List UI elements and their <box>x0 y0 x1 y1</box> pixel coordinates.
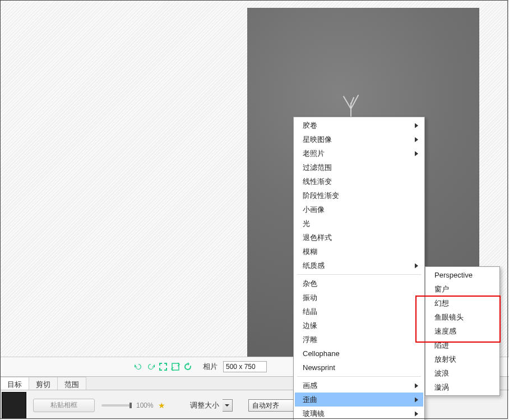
redo-icon[interactable] <box>146 362 156 372</box>
tab-crop[interactable]: 剪切 <box>29 377 58 390</box>
ctx-item-14[interactable]: 结晶 <box>295 304 423 319</box>
context-menu[interactable]: 胶卷星映图像老照片过滤范围线性渐变阶段性渐变小画像光退色样式模糊纸质感杂色振动结… <box>293 117 425 420</box>
ctx-item-17[interactable]: Cellophane <box>295 347 423 361</box>
sub-item-2[interactable]: 幻想 <box>427 296 498 310</box>
zoom-slider[interactable] <box>101 404 132 407</box>
ctx-item-0[interactable]: 胶卷 <box>295 118 423 132</box>
context-submenu[interactable]: Perspective窗户幻想鱼眼镜头速度感陷进放射状波浪漩涡 <box>425 266 500 396</box>
resize-dropdown-arrow[interactable] <box>223 399 233 412</box>
ctx-item-8[interactable]: 退色样式 <box>295 230 423 244</box>
zoom-percent: 100% <box>136 401 154 409</box>
ctx-item-10[interactable]: 纸质感 <box>295 259 423 273</box>
ctx-item-15[interactable]: 边缘 <box>295 319 423 333</box>
ctx-item-16[interactable]: 浮雕 <box>295 333 423 347</box>
ctx-separator <box>297 274 421 275</box>
undo-icon[interactable] <box>133 362 144 372</box>
ctx-item-4[interactable]: 线性渐变 <box>295 174 423 188</box>
ctx-item-2[interactable]: 老照片 <box>295 146 423 160</box>
refresh-icon[interactable] <box>183 362 193 372</box>
tab-range[interactable]: 范围 <box>58 377 86 390</box>
ctx-item-1[interactable]: 星映图像 <box>295 132 423 146</box>
ctx-item-5[interactable]: 阶段性渐变 <box>295 188 423 202</box>
ctx-item-22[interactable]: 玻璃镜 <box>295 407 423 420</box>
sub-item-7[interactable]: 波浪 <box>427 366 498 380</box>
paste-frame-button[interactable]: 粘贴相框 <box>33 399 95 412</box>
fit-icon[interactable] <box>158 362 168 372</box>
sub-item-4[interactable]: 速度感 <box>427 324 498 338</box>
sub-item-8[interactable]: 漩涡 <box>427 380 498 394</box>
sub-item-1[interactable]: 窗户 <box>427 282 498 296</box>
photo-size-field[interactable]: 500 x 750 <box>223 361 267 372</box>
resize-label: 调整大小 <box>190 400 219 410</box>
zoom-icon[interactable] <box>170 362 181 372</box>
ctx-item-21[interactable]: 歪曲 <box>295 393 423 407</box>
star-icon[interactable]: ★ <box>158 401 165 410</box>
sub-item-0[interactable]: Perspective <box>427 268 498 282</box>
ctx-item-7[interactable]: 光 <box>295 216 423 230</box>
sub-item-3[interactable]: 鱼眼镜头 <box>427 310 498 324</box>
ctx-item-20[interactable]: 画感 <box>295 379 423 393</box>
ctx-item-12[interactable]: 杂色 <box>295 276 423 290</box>
svg-rect-0 <box>172 363 179 370</box>
tab-target[interactable]: 目标 <box>1 377 29 390</box>
sub-item-5[interactable]: 陷进 <box>427 338 498 352</box>
ctx-item-6[interactable]: 小画像 <box>295 202 423 216</box>
ctx-item-3[interactable]: 过滤范围 <box>295 160 423 174</box>
ctx-item-18[interactable]: Newsprint <box>295 361 423 375</box>
sub-item-6[interactable]: 放射状 <box>427 352 498 366</box>
thumbnail-strip[interactable] <box>2 392 26 419</box>
ctx-separator <box>297 376 421 377</box>
ctx-item-9[interactable]: 模糊 <box>295 244 423 259</box>
ctx-item-13[interactable]: 振动 <box>295 290 423 304</box>
photo-label: 相片 <box>203 362 218 372</box>
